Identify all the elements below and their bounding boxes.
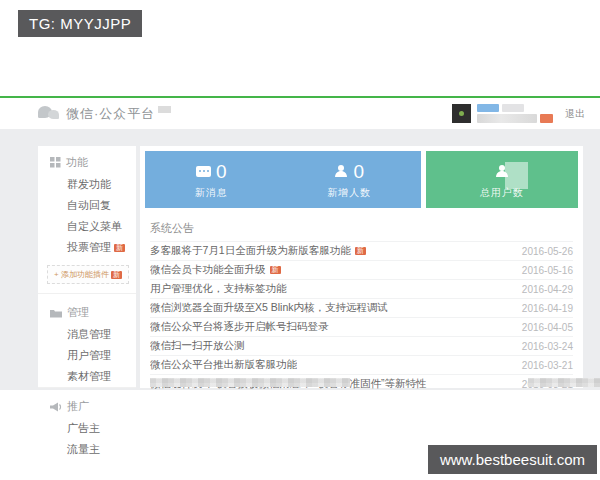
sidebar-item-custom-menu[interactable]: 自定义菜单 (38, 216, 136, 237)
announcement-row[interactable]: 微信会员卡功能全面升级新 2016-05-16 (150, 260, 573, 279)
announcement-date: 2016-05-26 (522, 246, 573, 257)
announcement-row[interactable]: 微信公众平台将逐步开启帐号扫码登录 2016-04-05 (150, 317, 573, 336)
new-followers-count: 0 (353, 162, 364, 181)
new-badge: 新 (114, 244, 125, 252)
person-icon (334, 164, 348, 178)
account-notice-badge-blurred (540, 114, 553, 123)
sidebar-divider (38, 293, 136, 294)
add-plugin-label: + 添加功能插件 (54, 270, 109, 279)
stat-cards: 0 新消息 0 新增人数 (145, 151, 578, 208)
account-area: 退出 (452, 104, 585, 123)
logout-link[interactable]: 退出 (565, 107, 585, 121)
sidebar-section-promotion: 推广 (38, 390, 136, 418)
sidebar-item-auto-reply[interactable]: 自动回复 (38, 195, 136, 216)
announcement-date: 2016-03-24 (522, 341, 573, 352)
announcement-date: 2016-05-16 (522, 265, 573, 276)
brand-title: 微信·公众平台 (66, 105, 155, 123)
announcements-title: 系统公告 (150, 213, 573, 241)
announcement-row[interactable]: 微信浏览器全面升级至X5 Blink内核，支持远程调试 2016-04-19 (150, 298, 573, 317)
new-followers-stat: 0 新增人数 (327, 159, 371, 200)
tg-overlay-label: TG: MYYJJPP (18, 10, 142, 37)
brand-badge-blurred (158, 106, 171, 113)
censored-row-blur-left (150, 378, 350, 387)
account-name-row (477, 114, 553, 123)
watermark-label: www.bestbeesuit.com (428, 445, 597, 474)
new-message-stat: 0 新消息 (195, 159, 228, 200)
sidebar-item-user-manage[interactable]: 用户管理 (38, 345, 136, 366)
sidebar-item-vote-manage[interactable]: 投票管理新 (38, 237, 136, 258)
total-users-card[interactable]: 总用户数 (426, 151, 578, 208)
announcement-date: 2016-04-05 (522, 322, 573, 333)
announcement-row[interactable]: 微信公众平台推出新版客服功能 2016-03-21 (150, 355, 573, 374)
folder-icon (50, 308, 62, 318)
total-users-count-blurred (505, 162, 528, 189)
sidebar-section-title: 管理 (67, 305, 89, 320)
announcement-link[interactable]: 微信扫一扫开放公测 (150, 339, 245, 351)
announcement-link[interactable]: 微信会员卡功能全面升级 (150, 263, 266, 275)
sidebar-section-title: 功能 (66, 155, 88, 170)
sidebar-divider (38, 387, 136, 388)
announcement-date: 2016-03-21 (522, 360, 573, 371)
announcement-link[interactable]: 用户管理优化，支持标签功能 (150, 282, 287, 294)
wechat-platform-screenshot: 微信·公众平台 退出 (0, 96, 600, 390)
top-bar: 微信·公众平台 退出 (0, 98, 600, 129)
main-panel: 0 新消息 0 新增人数 (140, 146, 583, 388)
announcement-date: 2016-04-19 (522, 303, 573, 314)
grid-icon (50, 157, 61, 168)
sidebar-section-title: 推广 (67, 399, 89, 414)
announcement-row[interactable]: 微信扫一扫开放公测 2016-03-24 (150, 336, 573, 355)
account-info (477, 104, 553, 123)
account-status-badge-blurred (502, 104, 524, 112)
new-followers-label: 新增人数 (327, 186, 371, 200)
sidebar-item-material-manage[interactable]: 素材管理 (38, 366, 136, 387)
new-message-label: 新消息 (195, 186, 228, 200)
announcement-row[interactable]: 用户管理优化，支持标签功能 2016-04-29 (150, 279, 573, 298)
censored-row-blur-right (528, 378, 600, 387)
message-stats-card[interactable]: 0 新消息 0 新增人数 (145, 151, 421, 208)
account-type-badge-blurred (477, 104, 499, 112)
new-badge: 新 (111, 271, 122, 279)
sidebar: 功能 群发功能 自动回复 自定义菜单 投票管理新 + 添加功能插件新 管理 (38, 146, 136, 388)
page-body: 功能 群发功能 自动回复 自定义菜单 投票管理新 + 添加功能插件新 管理 (0, 129, 600, 388)
sidebar-item-advertiser[interactable]: 广告主 (38, 418, 136, 439)
sidebar-item-message-manage[interactable]: 消息管理 (38, 324, 136, 345)
new-badge: 新 (355, 247, 366, 255)
new-message-count: 0 (216, 162, 227, 181)
sidebar-item-label: 投票管理 (67, 241, 111, 253)
announcements-panel: 系统公告 多客服将于7月1日全面升级为新版客服功能新 2016-05-26 微信… (140, 213, 583, 393)
add-plugin-button[interactable]: + 添加功能插件新 (47, 265, 129, 284)
account-name-blurred (477, 114, 537, 123)
sidebar-item-traffic-owner[interactable]: 流量主 (38, 439, 136, 460)
account-type-badges (477, 104, 553, 112)
wechat-logo-icon (38, 106, 60, 122)
sidebar-section-functions: 功能 (38, 146, 136, 174)
brand-logo-link[interactable]: 微信·公众平台 (38, 105, 171, 123)
message-bubble-icon (196, 166, 211, 177)
sidebar-section-manage: 管理 (38, 296, 136, 324)
new-badge: 新 (270, 266, 281, 274)
announcement-link[interactable]: 微信公众平台推出新版客服功能 (150, 358, 297, 370)
sidebar-item-mass-message[interactable]: 群发功能 (38, 174, 136, 195)
megaphone-icon (50, 402, 62, 412)
announcement-date: 2016-04-29 (522, 284, 573, 295)
announcement-link[interactable]: 多客服将于7月1日全面升级为新版客服功能 (150, 244, 351, 256)
page: TG: MYYJJPP 微信·公众平台 (0, 0, 600, 480)
account-avatar[interactable] (452, 104, 471, 123)
announcement-link[interactable]: 微信浏览器全面升级至X5 Blink内核，支持远程调试 (150, 301, 388, 313)
announcement-link[interactable]: 微信公众平台将逐步开启帐号扫码登录 (150, 320, 329, 332)
announcement-row[interactable]: 多客服将于7月1日全面升级为新版客服功能新 2016-05-26 (150, 241, 573, 260)
